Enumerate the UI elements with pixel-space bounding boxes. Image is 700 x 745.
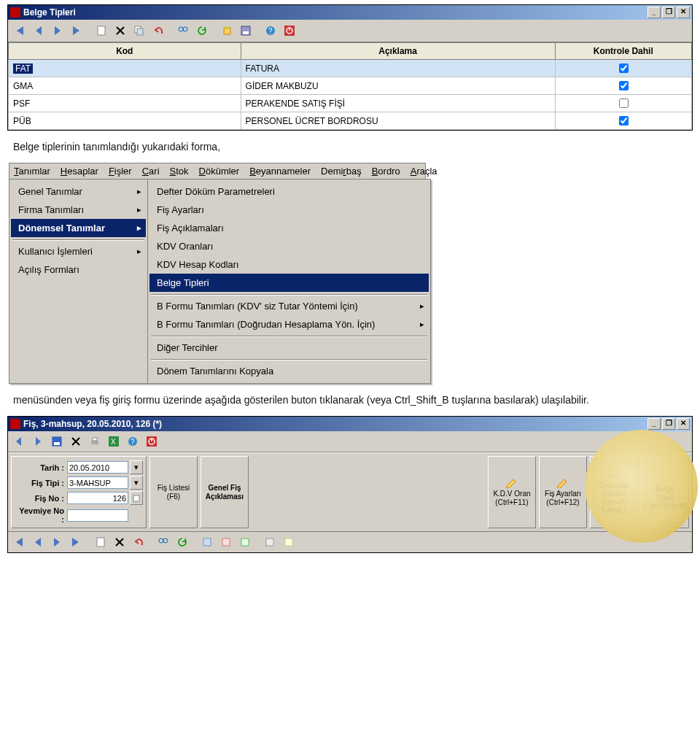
save-layout-button[interactable] [237,22,254,39]
refresh-button[interactable] [193,22,211,39]
undo-button[interactable] [130,533,147,551]
print-button[interactable] [86,433,104,450]
belge-tipleri-button[interactable]: Belge Tipleri (Ctrl+Shift+B) [641,456,689,528]
last-record-button[interactable] [68,22,85,39]
menu-item[interactable]: B Formu Tanımları (KDV' siz Tutar Yöntem… [149,297,429,315]
menu-item[interactable]: Dönem Tanımlarını Kopyala [149,362,429,380]
cell-kontrole[interactable] [555,60,691,77]
copy-button[interactable] [131,22,148,39]
cell-kod[interactable]: GMA [9,77,241,95]
prev-record-button[interactable] [29,533,47,551]
col-aciklama[interactable]: Açıklama [241,43,555,60]
menubar-item[interactable]: Demirbaş [321,166,362,177]
menubar-item[interactable]: Dökümler [199,166,240,177]
menubar-item[interactable]: Cari [142,166,160,177]
restore-button[interactable]: ❐ [662,418,675,430]
col-kontrole[interactable]: Kontrole Dahil [555,43,691,60]
menu-item[interactable]: Dönemsel Tanımlar [11,219,146,237]
cell-aciklama[interactable]: FATURA [241,60,555,77]
menu-item[interactable]: Fiş Açıklamaları [149,219,429,237]
fisno-new-button[interactable] [130,491,143,505]
delete-button[interactable] [67,433,85,450]
refresh-button[interactable] [174,533,191,551]
next-record-button[interactable] [49,22,66,39]
power-button[interactable] [281,22,298,39]
col-kod[interactable]: Kod [9,43,241,60]
menu-item[interactable]: Açılış Formları [11,260,146,279]
tarih-picker-button[interactable]: ▾ [130,460,143,474]
fis-listesi-button[interactable]: Fiş Listesi (F6) [149,456,198,528]
cell-kod[interactable]: PÜB [9,112,241,130]
table-row[interactable]: FATFATURA [9,60,692,77]
help-button[interactable]: ? [262,22,279,39]
menubar-item[interactable]: Bordro [372,166,400,177]
close-button[interactable]: ✕ [677,7,690,18]
genel-aciklama-button[interactable]: Genel Fiş Açıklaması [201,456,249,528]
menu-item[interactable]: Firma Tanımları [11,201,146,219]
fistipi-picker-button[interactable]: ▾ [130,476,143,490]
cell-kontrole[interactable] [555,77,691,95]
tool-a-button[interactable] [198,533,216,551]
menubar-item[interactable]: Beyannameler [249,166,311,177]
last-record-button[interactable] [67,533,85,551]
tarih-input[interactable] [67,461,128,474]
tool-e-button[interactable] [280,533,298,551]
first-record-button[interactable] [11,22,28,39]
tool-c-button[interactable] [236,533,254,551]
menubar-item[interactable]: Araçla [411,166,438,177]
fistipi-input[interactable] [67,476,128,489]
menu-item[interactable]: Diğer Tercihler [149,339,429,357]
new-button[interactable] [92,533,109,551]
delete-button[interactable] [111,533,128,551]
table-row[interactable]: PÜBPERSONEL ÜCRET BORDROSU [9,112,692,130]
menubar-item[interactable]: Fişler [109,166,132,177]
kontrole-checkbox[interactable] [619,99,629,108]
cell-kod[interactable]: FAT [9,60,241,77]
menu-item[interactable]: B Formu Tanımları (Doğrudan Hesaplama Yö… [149,315,429,333]
minimize-button[interactable]: _ [648,7,661,18]
help-button[interactable]: ? [124,433,141,450]
fisno-input[interactable] [67,492,128,504]
table-row[interactable]: GMAGİDER MAKBUZU [9,77,692,95]
new-button[interactable] [93,22,110,39]
find-button[interactable] [155,533,172,551]
minimize-button[interactable]: _ [648,418,661,430]
prev-record-button[interactable] [30,22,47,39]
first-record-button[interactable] [10,533,28,551]
table-row[interactable]: PSFPERAKENDE SATIŞ FİŞİ [9,95,692,112]
find-button[interactable] [174,22,192,39]
belge-tipleri-grid[interactable]: Kod Açıklama Kontrole Dahil FATFATURAGMA… [8,42,692,130]
export-excel-button[interactable]: X [105,433,122,450]
restore-button[interactable]: ❐ [662,7,675,18]
cell-kontrole[interactable] [555,95,691,112]
menu-item[interactable]: KDV Hesap Kodları [149,255,429,274]
undo-button[interactable] [149,22,167,39]
yevmiye-input[interactable] [67,509,128,522]
cell-kontrole[interactable] [555,112,691,130]
close-button[interactable]: ✕ [677,418,690,430]
save-button[interactable] [48,433,66,450]
kontrole-checkbox[interactable] [619,116,629,126]
menu-item[interactable]: Belge Tipleri [149,274,429,292]
menu-item[interactable]: KDV Oranları [149,237,429,255]
power-button[interactable] [143,433,160,450]
next-button[interactable] [29,433,47,450]
kontrole-checkbox[interactable] [619,63,629,73]
kontrole-checkbox[interactable] [619,81,629,90]
cell-aciklama[interactable]: PERSONEL ÜCRET BORDROSU [241,112,555,130]
menubar-item[interactable]: Stok [170,166,189,177]
menu-item[interactable]: Defter Döküm Parametreleri [149,182,429,201]
new-star-button[interactable]: ★ [218,22,236,39]
delete-button[interactable] [112,22,129,39]
cell-aciklama[interactable]: PERAKENDE SATIŞ FİŞİ [241,95,555,112]
fis-ayarlari-button[interactable]: Fiş Ayarları (Ctrl+F12) [539,456,587,528]
menu-item[interactable]: Genel Tanımlar [11,182,146,201]
next-record-button[interactable] [48,533,66,551]
menubar-item[interactable]: Hesaplar [61,166,98,177]
tool-d-button[interactable] [261,533,279,551]
otomatik-dokum-button[interactable]: Otomatik Döküm (Ctrl+Y) KAPALI [590,456,638,528]
tool-b-button[interactable] [217,533,235,551]
menubar-item[interactable]: Tanımlar [14,166,50,177]
prev-button[interactable] [10,433,28,450]
kdv-oran-button[interactable]: K.D.V Oran (Ctrl+F11) [488,456,536,528]
